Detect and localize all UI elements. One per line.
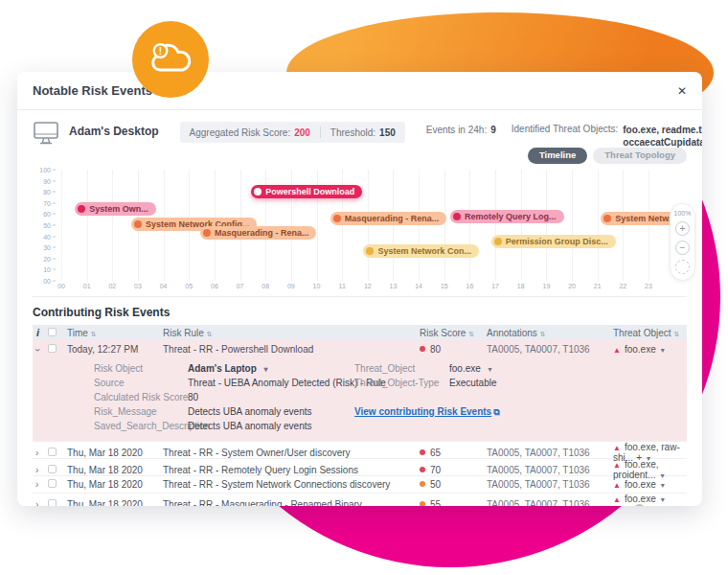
table-row[interactable]: ›Thu, Mar 18 2020Threat - RR - System Ow… [33, 442, 687, 459]
risk-score-dot-icon [420, 501, 425, 507]
table-row[interactable]: ›Thu, Mar 18 2020Threat - RR - System Ne… [33, 476, 687, 494]
x-axis-label: 11 [339, 283, 346, 289]
scroll-indicator-button[interactable] [634, 504, 645, 506]
threat-triangle-icon: ▲ [613, 495, 621, 504]
sort-icon: ⇅ [540, 331, 546, 337]
timeline-chart: 10090807060504030201000 System Own...Sys… [33, 167, 687, 297]
row-checkbox[interactable] [48, 344, 57, 353]
hour-gridline [521, 170, 522, 281]
chevron-down-icon[interactable]: ▾ [661, 495, 665, 504]
event-label: Powershell Download [265, 187, 354, 196]
column-header-threat-object[interactable]: Threat Object⇅ [613, 328, 687, 338]
expand-row-icon[interactable]: › [35, 479, 38, 490]
timeline-event-pill[interactable]: System Network Con... [363, 244, 479, 258]
expand-row-icon[interactable]: › [35, 448, 38, 458]
hour-gridline [469, 170, 470, 281]
x-axis-label: 08 [262, 283, 269, 289]
view-contributing-risk-events-link[interactable]: View contributing Risk Events⧉ [354, 406, 687, 418]
close-icon[interactable]: ✕ [677, 84, 687, 98]
row-checkbox[interactable] [48, 465, 57, 473]
cell-risk-score: 80 [420, 344, 487, 355]
threat-triangle-icon: ▲ [613, 481, 621, 490]
alert-cloud-icon: ! [148, 41, 193, 78]
external-link-icon: ⧉ [493, 407, 499, 418]
event-dot-icon [333, 215, 341, 222]
cell-risk-rule: Threat - RR - Powershell Download [163, 344, 420, 355]
event-label: System Own... [89, 204, 148, 214]
x-axis-label: 23 [645, 283, 652, 289]
cell-risk-score: 65 [420, 448, 487, 458]
y-axis-label: 100 [39, 167, 56, 173]
hour-gridline [598, 170, 599, 281]
x-axis-label: 19 [542, 283, 550, 289]
threat-object-value[interactable]: foo.exe ▾ [449, 363, 687, 374]
cell-threat-object[interactable]: ▲foo.exe▾ [613, 494, 687, 506]
column-header-time[interactable]: Time⇅ [67, 328, 163, 338]
tab-timeline[interactable]: Timeline [528, 148, 587, 164]
y-axis-label: 00 [43, 278, 56, 285]
chevron-down-icon: ▾ [264, 365, 268, 374]
chevron-down-icon[interactable]: ▾ [661, 481, 665, 490]
timeline-event-pill[interactable]: Masquerading - Rena... [330, 212, 447, 225]
threat-object-type-value: Executable [449, 378, 687, 388]
collapse-row-icon[interactable]: › [33, 348, 43, 351]
cell-threat-object[interactable]: ▲foo.exe▾ [613, 344, 687, 355]
table-row[interactable]: ›Thu, Mar 18 2020Threat - RR - Remotely … [33, 459, 687, 476]
saved-search-description-value: Detects UBA anomaly events [188, 421, 354, 431]
event-dot-icon [254, 188, 262, 196]
expand-row-icon[interactable]: › [35, 499, 38, 507]
cell-threat-object[interactable]: ▲foo.exe, proident...▾ [613, 459, 687, 480]
row-checkbox[interactable] [48, 448, 57, 456]
column-header-risk-rule[interactable]: Risk Rule⇅ [163, 328, 420, 338]
threat-triangle-icon: ▲ [613, 444, 621, 452]
expand-row-icon[interactable]: › [35, 465, 38, 475]
event-dot-icon [134, 220, 142, 228]
cell-time: Thu, Mar 18 2020 [67, 479, 163, 490]
hour-gridline [444, 170, 445, 281]
x-axis-label: 01 [83, 283, 91, 289]
zoom-out-button[interactable]: − [675, 241, 690, 255]
table-row[interactable]: ›Thu, Mar 18 2020Threat - RR - Masquerad… [33, 494, 687, 506]
pill-divider [320, 126, 321, 138]
cell-annotations: TA0005, TA0007, T1036 [487, 344, 613, 355]
timeline-event-pill[interactable]: Powershell Download [251, 185, 362, 198]
event-dot-icon [603, 215, 611, 222]
chevron-down-icon[interactable]: ▾ [661, 346, 665, 355]
event-dot-icon [78, 205, 85, 213]
sort-icon: ⇅ [91, 331, 97, 337]
cell-risk-rule: Threat - RR - System Owner/User discover… [163, 448, 420, 458]
event-dot-icon [203, 229, 211, 237]
timeline-plot: System Own...System Network Config...Mas… [61, 170, 648, 281]
tab-threat-topology[interactable]: Threat Topology [593, 148, 687, 164]
column-header-annotations[interactable]: Annotations⇅ [487, 328, 613, 338]
timeline-event-pill[interactable]: System Own... [75, 202, 156, 216]
table-row[interactable]: ›Today, 12:27 PMThreat - RR - Powershell… [33, 340, 687, 357]
cell-annotations: TA0005, TA0007, T1036 [487, 465, 613, 475]
table-heading: Contributing Risk Events [33, 306, 687, 319]
zoom-reset-button[interactable] [675, 260, 690, 274]
events-24h: Events in 24h: 9 [426, 125, 496, 135]
threat-objects-value: foo.exe, readme.txt, raw-shield.pdf, occ… [623, 124, 702, 149]
zoom-in-button[interactable]: + [675, 221, 690, 236]
row-checkbox[interactable] [48, 479, 57, 488]
info-icon[interactable]: i [36, 327, 48, 338]
event-label: System Netw... [615, 214, 675, 223]
y-axis-label: 10 [43, 266, 56, 273]
cell-time: Thu, Mar 18 2020 [67, 465, 163, 475]
timeline-event-pill[interactable]: Masquerading - Rena... [200, 226, 317, 240]
risk-score-dot-icon [420, 467, 425, 472]
column-header-risk-score[interactable]: Risk Score⇅ [420, 328, 487, 338]
risk-object-value[interactable]: Adam's Laptop ▾ [188, 363, 354, 374]
events-24h-label: Events in 24h: [426, 125, 487, 135]
row-checkbox[interactable] [48, 499, 57, 507]
select-all-checkbox[interactable] [48, 328, 57, 336]
y-axis-label: 80 [43, 189, 56, 196]
y-axis-label: 30 [43, 244, 56, 251]
timeline-event-pill[interactable]: Remotely Query Log... [450, 210, 564, 223]
cell-threat-object[interactable]: ▲foo.exe▾ [613, 479, 687, 490]
hour-gridline [61, 170, 62, 281]
cell-annotations: TA0005, TA0007, T1036 [487, 499, 613, 507]
timeline-event-pill[interactable]: Permission Group Disc... [491, 235, 616, 248]
hour-gridline [87, 170, 88, 281]
sort-icon: ⇅ [674, 331, 680, 337]
